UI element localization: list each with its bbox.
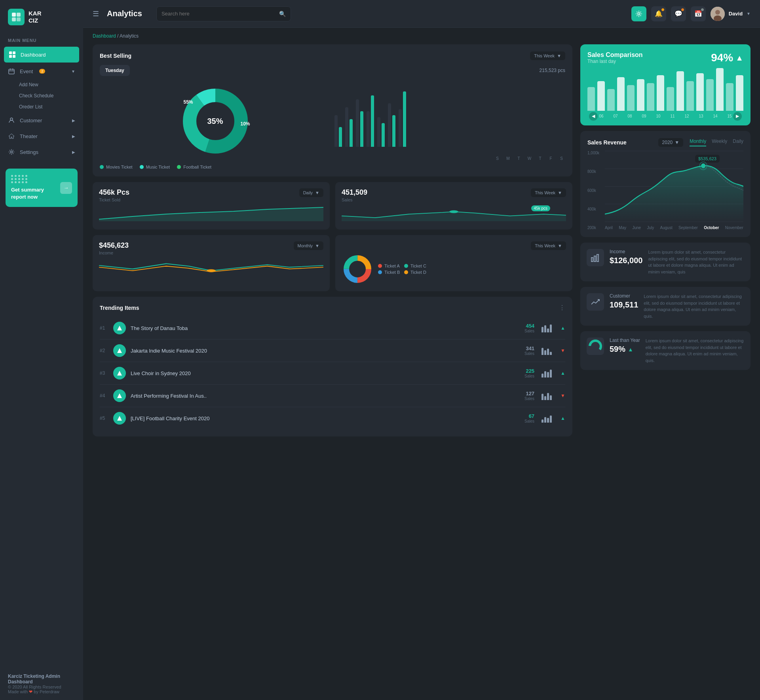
customer-arrow: ▶	[72, 118, 75, 123]
income-period[interactable]: Monthly ▼	[294, 241, 323, 250]
sales-chart	[587, 67, 743, 111]
tab-daily[interactable]: Daily	[733, 138, 743, 146]
svg-rect-8	[9, 69, 14, 74]
sales-bar	[657, 75, 664, 111]
sidebar-item-check-schedule[interactable]: Check Schedule	[19, 90, 83, 101]
calendar-badge	[701, 8, 704, 11]
calendar-btn[interactable]: 📅	[691, 6, 706, 21]
ticket-a-dot	[378, 264, 382, 268]
last-year-donut-icon	[587, 338, 604, 355]
best-selling-title: Best Selling	[100, 53, 131, 59]
message-btn[interactable]: 💬	[671, 6, 686, 21]
sidebar-dashboard-label: Dashboard	[21, 52, 46, 58]
best-selling-period[interactable]: This Week ▼	[530, 51, 565, 60]
trend-arrow-1: ▲	[560, 325, 565, 331]
search-bar: 🔍	[156, 6, 291, 21]
legend-ticket-b: Ticket B	[378, 270, 400, 275]
sidebar-item-customer[interactable]: Customer ▶	[0, 112, 83, 128]
sidebar-item-order-list[interactable]: Oreder List	[19, 101, 83, 112]
trend-sales-2: 341 Sales	[524, 345, 534, 356]
sales-comp-sub: Than last day	[587, 59, 643, 64]
trending-section: Trending Items ⋮ #1 The Story of Danau T…	[93, 297, 572, 436]
sales-graph: 45k pcs	[342, 205, 566, 223]
income-value: $456,623	[99, 241, 129, 250]
sales-bar	[647, 83, 654, 111]
banner-arrow-btn[interactable]: →	[60, 182, 72, 194]
sidebar-item-theater[interactable]: Theater ▶	[0, 128, 83, 144]
trend-arrow-2: ▼	[560, 348, 565, 353]
sparkline-2	[542, 346, 553, 355]
svg-rect-7	[13, 55, 15, 58]
table-row: #4 Artist Performing Festival In Aus.. 1…	[100, 385, 565, 407]
ticket-c-dot	[404, 264, 408, 268]
svg-marker-21	[99, 207, 323, 221]
svg-rect-37	[594, 256, 596, 262]
legend-football: Football Ticket	[177, 165, 211, 169]
pcs-badge: 215,523 pcs	[540, 68, 565, 73]
trending-more-menu[interactable]: ⋮	[559, 304, 565, 311]
hamburger-menu[interactable]: ☰	[93, 9, 99, 18]
svg-rect-6	[9, 55, 12, 58]
sidebar-item-event[interactable]: Dashboard Event 2 ▼	[0, 63, 83, 79]
svg-marker-32	[117, 393, 122, 398]
svg-marker-31	[117, 371, 122, 376]
user-info[interactable]: David ▼	[711, 7, 750, 21]
trending-title: Trending Items	[100, 305, 139, 311]
breadcrumb: Dashboard / Analytics	[83, 28, 760, 44]
event-badge: 2	[39, 69, 45, 74]
customer-stat-info: Customer 109,511	[610, 293, 638, 309]
table-row: #1 The Story of Danau Toba 454 Sales	[100, 317, 565, 340]
bar-group-5	[377, 117, 385, 147]
search-input[interactable]	[162, 11, 279, 17]
sales-revenue-card: Sales Revenue 2020 ▼ Monthly Weekly Dail…	[580, 131, 750, 237]
sales-bar	[587, 87, 595, 111]
sales-nav-right[interactable]: ▶	[733, 112, 742, 121]
sales-axis-labels: 06 07 08 09 10 11 12 13 14 15	[587, 114, 743, 118]
sales-nav-left[interactable]: ◀	[589, 112, 598, 121]
last-year-stat-info: Last than Year 59% ▲	[610, 338, 640, 354]
sales-value: 451,509	[342, 188, 367, 197]
sales-period[interactable]: This Week ▼	[531, 188, 566, 197]
heart-icon: ❤	[29, 689, 32, 694]
sales-label: Sales	[342, 197, 367, 202]
sidebar-item-add-new[interactable]: Add New	[19, 79, 83, 90]
event-arrow: ▼	[71, 69, 75, 74]
day-badge: Tuesday	[100, 65, 130, 76]
breadcrumb-parent[interactable]: Dashboard	[93, 33, 116, 39]
year-chevron-icon: ▼	[674, 140, 679, 145]
tickets-period[interactable]: This Week ▼	[531, 241, 566, 250]
sidebar-logo: KARCIZ	[0, 0, 83, 34]
bar-group-6	[388, 103, 395, 147]
year-select[interactable]: 2020 ▼	[658, 138, 684, 147]
settings-action-btn[interactable]	[631, 6, 646, 21]
revenue-chart: 1,000k 800k 600k 400k 200k	[587, 151, 743, 230]
bar-chart	[334, 85, 565, 155]
search-icon: 🔍	[279, 11, 286, 17]
income-label: Income	[99, 250, 129, 255]
sales-comp-title: Sales Comparison	[587, 51, 643, 59]
sidebar-footer: Karciz Ticketing Admin Dashboard © 2020 …	[0, 668, 83, 700]
sales-percentage: 94% ▲	[711, 51, 743, 64]
sidebar-item-settings[interactable]: Settings ▶	[0, 144, 83, 160]
legend: Movies Ticket Music Ticket Football Tick…	[100, 165, 565, 169]
legend-movies: Movies Ticket	[100, 165, 133, 169]
donut-section: 35% 55% 10%	[100, 82, 331, 161]
bell-btn[interactable]: 🔔	[651, 6, 666, 21]
legend-music: Music Ticket	[140, 165, 170, 169]
trend-icon-2	[113, 344, 126, 357]
trend-sales-3: 225 Sales	[524, 368, 534, 378]
left-column: Best Selling This Week ▼ Tuesday 215,523…	[93, 44, 572, 691]
ticket-sold-period[interactable]: Daily ▼	[299, 188, 323, 197]
tab-weekly[interactable]: Weekly	[712, 138, 727, 146]
tab-monthly[interactable]: Monthly	[690, 138, 706, 146]
svg-marker-33	[117, 416, 122, 421]
home-icon	[8, 133, 15, 140]
summary-banner[interactable]: Get summary report now →	[6, 169, 78, 207]
music-dot	[140, 165, 144, 169]
period-chevron-icon: ▼	[557, 53, 561, 58]
grid-icon	[9, 51, 16, 58]
bell-badge	[661, 8, 665, 11]
logo-icon	[8, 9, 25, 25]
banner-dots	[11, 175, 60, 183]
sidebar-item-dashboard[interactable]: Dashboard	[4, 47, 79, 63]
